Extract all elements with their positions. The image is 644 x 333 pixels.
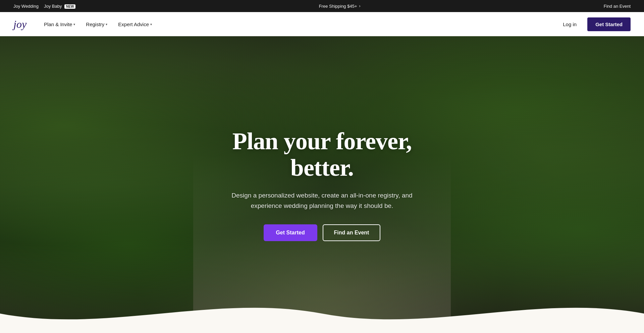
hero-title: Plan your forever, better. (211, 128, 433, 181)
navbar-right: Log in Get Started (557, 17, 631, 31)
hero-content: Plan your forever, better. Design a pers… (205, 128, 439, 241)
nav-items: Plan & Invite ▾ Registry ▾ Expert Advice… (40, 19, 156, 30)
hero-get-started-button[interactable]: Get Started (264, 224, 317, 241)
registry-nav-item[interactable]: Registry ▾ (82, 19, 111, 30)
plan-invite-chevron-icon: ▾ (73, 22, 75, 26)
hero-subtitle: Design a personalized website, create an… (231, 190, 413, 211)
plan-invite-nav-item[interactable]: Plan & Invite ▾ (40, 19, 79, 30)
logo[interactable]: joy (13, 18, 26, 31)
shipping-link[interactable]: Free Shipping $45+ (319, 4, 357, 9)
top-bar: Joy Wedding Joy Baby New Free Shipping $… (0, 0, 644, 12)
expert-advice-nav-item[interactable]: Expert Advice ▾ (114, 19, 156, 30)
top-bar-left: Joy Wedding Joy Baby New (13, 4, 75, 9)
joy-baby-link[interactable]: Joy Baby New (44, 4, 75, 9)
log-in-button[interactable]: Log in (557, 19, 582, 30)
hero-buttons: Get Started Find an Event (211, 224, 433, 241)
hero-find-event-button[interactable]: Find an Event (323, 224, 381, 241)
new-badge: New (64, 4, 75, 9)
hero-section: Plan your forever, better. Design a pers… (0, 36, 644, 333)
registry-chevron-icon: ▾ (106, 22, 107, 26)
wave-decoration (0, 293, 644, 333)
shipping-arrow: › (359, 4, 361, 8)
joy-wedding-link[interactable]: Joy Wedding (13, 4, 39, 9)
top-bar-center: Free Shipping $45+ › (319, 4, 361, 9)
navbar-left: joy Plan & Invite ▾ Registry ▾ Expert Ad… (13, 18, 156, 31)
get-started-nav-button[interactable]: Get Started (587, 17, 631, 31)
find-an-event-top-link[interactable]: Find an Event (604, 4, 631, 9)
navbar: joy Plan & Invite ▾ Registry ▾ Expert Ad… (0, 12, 644, 36)
expert-advice-chevron-icon: ▾ (150, 22, 152, 26)
